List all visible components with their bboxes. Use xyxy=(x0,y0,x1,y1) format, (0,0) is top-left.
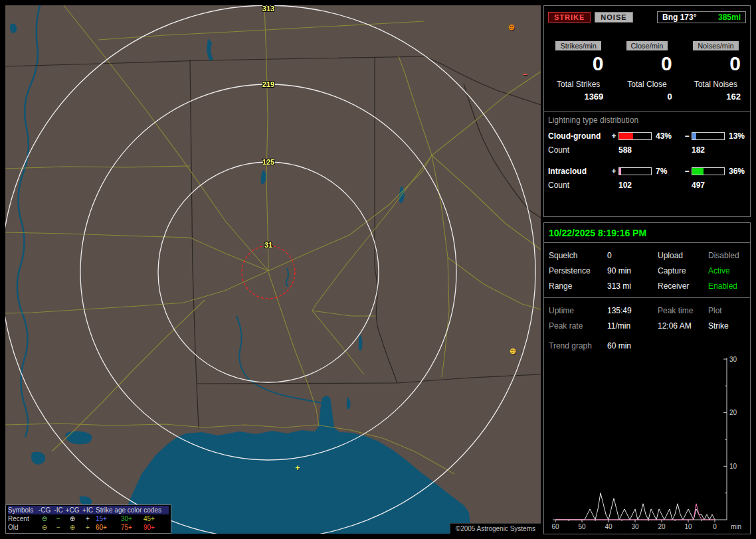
receiver-status-grid: Squelch 0 Upload Disabled Persistence 90… xyxy=(544,243,750,297)
svg-text:10: 10 xyxy=(729,463,737,470)
cloud-ground-label: Cloud-ground xyxy=(548,131,609,141)
minus-sign: − xyxy=(682,131,692,141)
ring-label-313: 313 xyxy=(262,5,274,13)
strike-symbol: ⊕ xyxy=(508,23,515,32)
map-legend: Symbols -CG -IC +CG +IC Strike age color… xyxy=(5,504,171,534)
age-30: 30+ xyxy=(121,514,143,523)
trend-graph: 1020306050403020100min xyxy=(548,356,747,532)
peak-time-value: 12:06 AM xyxy=(658,321,708,331)
legend-col-neg-cg: -CG xyxy=(37,506,52,514)
ring-label-219: 219 xyxy=(262,80,274,88)
pos-cg-old-icon: ⊕ xyxy=(65,523,80,532)
ring-label-31: 31 xyxy=(264,241,272,249)
legend-age-title: Strike age color codes xyxy=(96,506,162,514)
ic-positive-count: 102 xyxy=(618,181,652,190)
age-90: 90+ xyxy=(143,523,162,532)
svg-text:min: min xyxy=(731,523,741,530)
peak-rate-label: Peak rate xyxy=(549,321,607,331)
neg-ic-old-icon: − xyxy=(52,523,65,532)
count-label: Count xyxy=(548,145,609,155)
plus-sign: + xyxy=(609,131,618,141)
uptime-label: Uptime xyxy=(549,306,607,315)
ic-positive-bar xyxy=(618,167,652,175)
noise-mode-button[interactable]: NOISE xyxy=(595,12,632,23)
upload-status: Disabled xyxy=(708,251,745,260)
svg-text:30: 30 xyxy=(729,356,737,363)
close-per-min-value: 0 xyxy=(613,53,681,74)
persistence-value: 90 min xyxy=(607,266,658,275)
strike-symbol: − xyxy=(522,70,527,79)
cloud-ground-count-row: Count 588 182 xyxy=(548,145,746,155)
svg-text:40: 40 xyxy=(605,523,613,530)
strikes-per-min-value: 0 xyxy=(544,53,613,74)
svg-text:30: 30 xyxy=(631,523,639,530)
legend-col-pos-cg: +CG xyxy=(65,506,80,514)
upload-label: Upload xyxy=(658,251,708,260)
lightning-distribution: Lightning type distribution Cloud-ground… xyxy=(544,111,750,190)
ic-negative-percent: 36% xyxy=(725,167,746,176)
nexstorm-window: { "app": { "copyright": "©2005 Astrogeni… xyxy=(0,0,756,539)
legend-col-pos-ic: +IC xyxy=(80,506,96,514)
neg-ic-recent-icon: − xyxy=(52,514,65,523)
strike-symbol: ⊕ xyxy=(510,346,516,356)
strike-map[interactable]: 313 219 125 31 ⊕ ⊕ + − Symbols -CG -IC +… xyxy=(5,5,541,534)
total-noises-label: Total Noises xyxy=(682,80,750,89)
squelch-value: 0 xyxy=(607,251,658,260)
intracloud-label: Intracloud xyxy=(548,167,609,176)
ic-negative-bar xyxy=(692,167,725,175)
bearing-range-value: 385mi xyxy=(718,13,741,22)
ic-negative-count: 497 xyxy=(692,181,725,190)
plot-label: Plot xyxy=(708,306,745,315)
strikes-per-min-counter: Strikes/min 0 Total Strikes 1369 xyxy=(544,39,613,102)
cg-positive-percent: 43% xyxy=(652,131,682,141)
legend-symbols-title: Symbols xyxy=(8,506,37,514)
ring-label-125: 125 xyxy=(262,158,274,166)
close-per-min-label: Close/min xyxy=(626,41,668,50)
persistence-label: Persistence xyxy=(549,266,607,275)
neg-cg-recent-icon: ⊖ xyxy=(37,514,52,523)
intracloud-row: Intracloud + 7% − 36% xyxy=(548,167,746,176)
session-stats-grid: Uptime 135:49 Peak time Plot Peak rate 1… xyxy=(544,298,750,337)
copyright-text: ©2005 Astrogenic Systems xyxy=(450,523,541,534)
cg-negative-count: 182 xyxy=(692,145,725,155)
peak-rate-value: 11/min xyxy=(607,321,658,331)
legend-recent-label: Recent xyxy=(8,514,37,523)
pos-ic-recent-icon: + xyxy=(80,514,96,523)
uptime-value: 135:49 xyxy=(607,306,658,315)
cg-positive-count: 588 xyxy=(618,145,652,155)
squelch-label: Squelch xyxy=(549,251,607,260)
legend-old-label: Old xyxy=(8,523,37,532)
total-strikes-label: Total Strikes xyxy=(544,80,613,89)
close-per-min-counter: Close/min 0 Total Close 0 xyxy=(613,39,681,102)
pos-cg-recent-icon: ⊕ xyxy=(65,514,80,523)
cloud-ground-row: Cloud-ground + 43% − 13% xyxy=(548,131,746,141)
strike-mode-button[interactable]: STRIKE xyxy=(548,12,591,23)
range-value: 313 mi xyxy=(607,281,658,291)
status-panel: 10/22/2025 8:19:16 PM Squelch 0 Upload D… xyxy=(543,222,751,534)
age-15: 15+ xyxy=(96,514,121,523)
bearing-value: Bng 173° xyxy=(662,13,696,22)
cg-positive-bar xyxy=(618,132,652,140)
total-close-label: Total Close xyxy=(613,80,681,89)
count-label: Count xyxy=(548,181,609,190)
plus-sign: + xyxy=(609,167,618,176)
ic-positive-percent: 7% xyxy=(652,167,682,176)
noises-per-min-value: 0 xyxy=(682,53,750,74)
intracloud-count-row: Count 102 497 xyxy=(548,181,746,190)
svg-text:0: 0 xyxy=(713,523,717,530)
strike-symbol: + xyxy=(295,463,300,473)
cg-negative-percent: 13% xyxy=(725,131,746,141)
bearing-readout: Bng 173° 385mi xyxy=(657,11,746,23)
age-60: 60+ xyxy=(96,523,121,532)
age-45: 45+ xyxy=(143,514,162,523)
legend-col-neg-ic: -IC xyxy=(52,506,65,514)
distribution-title: Lightning type distribution xyxy=(548,116,746,125)
statistics-panel: STRIKE NOISE Bng 173° 385mi Strikes/min … xyxy=(543,5,751,217)
receiver-status: Enabled xyxy=(708,281,745,291)
noises-per-min-counter: Noises/min 0 Total Noises 162 xyxy=(682,39,750,102)
strikes-per-min-label: Strikes/min xyxy=(555,41,601,50)
trend-graph-window: 60 min xyxy=(607,341,745,350)
trend-graph-label: Trend graph xyxy=(549,341,607,350)
svg-text:50: 50 xyxy=(578,523,586,530)
legend-row-old: Old ⊖ − ⊕ + 60+ 75+ 90+ xyxy=(8,523,169,532)
